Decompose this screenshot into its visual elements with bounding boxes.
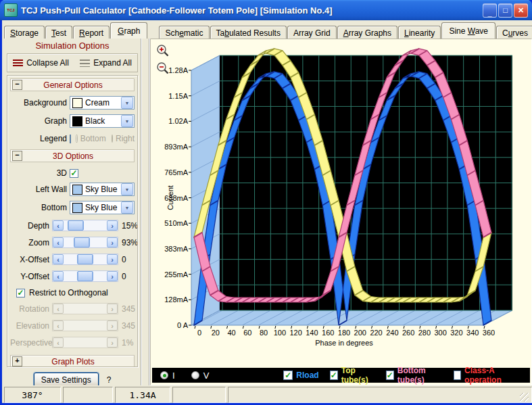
close-icon: ✕ — [518, 6, 524, 15]
section-general-options[interactable]: − General Options — [10, 78, 135, 91]
depth-slider[interactable]: ‹› — [52, 220, 118, 231]
expand-section-icon[interactable]: + — [12, 356, 22, 366]
svg-text:320: 320 — [450, 329, 462, 337]
collapse-section-icon[interactable]: − — [12, 80, 22, 90]
dropdown-arrow-icon[interactable]: ▼ — [121, 183, 133, 195]
left-wall-color-select[interactable]: Sky Blue ▼ — [70, 183, 135, 196]
tab-storage[interactable]: Storage — [4, 26, 45, 39]
scroll-right-icon[interactable]: › — [107, 320, 118, 331]
class-a-operation-checkbox[interactable]: Class-A operation — [454, 366, 519, 385]
legend-right-radio[interactable] — [112, 135, 113, 143]
y-offset-value: 0 — [122, 272, 126, 281]
close-button[interactable]: ✕ — [514, 3, 528, 18]
legend-checkbox[interactable] — [70, 135, 71, 143]
svg-text:20: 20 — [212, 329, 220, 337]
svg-text:340: 340 — [466, 329, 479, 337]
perspective-slider[interactable]: ‹› — [52, 337, 118, 348]
dropdown-arrow-icon[interactable]: ▼ — [121, 201, 133, 214]
collapse-all-button[interactable]: Collapse All — [13, 58, 69, 68]
slider-thumb[interactable] — [74, 237, 90, 247]
voltage-radio[interactable]: V — [191, 371, 210, 381]
slider-thumb[interactable] — [77, 271, 93, 281]
restrict-orthogonal-checkbox[interactable]: ✓ — [16, 289, 25, 297]
slider-track[interactable] — [64, 320, 107, 331]
scroll-left-icon[interactable]: ‹ — [53, 337, 64, 348]
minimize-button[interactable]: _ — [483, 3, 497, 18]
x-offset-slider[interactable]: ‹› — [52, 254, 118, 265]
tab-graph[interactable]: Graph — [110, 22, 147, 39]
slider-track[interactable] — [64, 304, 107, 314]
slider-row-y-offset: Y-Offset‹›0 — [10, 270, 135, 282]
scroll-left-icon[interactable]: ‹ — [53, 271, 64, 281]
bottom-color-select[interactable]: Sky Blue ▼ — [70, 201, 135, 214]
tab-array-graphs[interactable]: Array Graphs — [337, 26, 397, 39]
current-radio[interactable]: I — [160, 371, 175, 381]
tab-array-grid[interactable]: Array Grid — [287, 26, 337, 39]
splitter[interactable] — [141, 39, 150, 385]
svg-text:160: 160 — [322, 329, 334, 337]
slider-row-x-offset: X-Offset‹›0 — [10, 254, 135, 265]
section-graph-plots[interactable]: + Graph Plots — [10, 355, 135, 367]
section-3d-options[interactable]: − 3D Options — [10, 149, 135, 162]
slider-track[interactable] — [64, 237, 107, 247]
scroll-right-icon[interactable]: › — [107, 254, 118, 264]
scroll-left-icon[interactable]: ‹ — [53, 304, 64, 314]
sidebar-toolbar: Collapse All Expand All — [7, 53, 138, 72]
scroll-left-icon[interactable]: ‹ — [53, 320, 64, 331]
top-tube-s--checkbox[interactable]: ✓Top tube(s) — [330, 366, 375, 385]
checkbox-label: Rload — [296, 371, 318, 380]
title-bar[interactable]: TCJ TCJ Push-Pull Calculator [Cathode-Fo… — [0, 0, 532, 20]
help-link[interactable]: ? — [107, 375, 112, 385]
legend-bottom-radio[interactable] — [76, 135, 77, 143]
tab-report[interactable]: Report — [73, 26, 110, 39]
slider-track[interactable] — [64, 254, 107, 264]
slider-track[interactable] — [64, 271, 107, 281]
scroll-right-icon[interactable]: › — [107, 337, 118, 348]
scroll-right-icon[interactable]: › — [107, 237, 118, 247]
scroll-left-icon[interactable]: ‹ — [53, 237, 64, 247]
tab-schematic[interactable]: Schematic — [159, 26, 209, 39]
svg-text:280: 280 — [418, 329, 431, 337]
svg-text:765mA: 765mA — [164, 168, 189, 176]
expand-all-button[interactable]: Expand All — [80, 58, 132, 68]
slider-track[interactable] — [64, 337, 107, 348]
3d-checkbox[interactable]: ✓ — [70, 169, 78, 178]
background-color-select[interactable]: Cream ▼ — [70, 96, 135, 110]
tab-curves[interactable]: Curves — [496, 26, 532, 39]
scroll-right-icon[interactable]: › — [107, 271, 118, 281]
dropdown-arrow-icon[interactable]: ▼ — [121, 97, 133, 109]
dropdown-arrow-icon[interactable]: ▼ — [121, 115, 133, 127]
slider-thumb[interactable] — [77, 254, 93, 264]
scroll-left-icon[interactable]: ‹ — [53, 220, 64, 231]
slider-thumb[interactable] — [68, 220, 84, 231]
graph-color-select[interactable]: Black ▼ — [70, 114, 135, 128]
zoom-out-button[interactable] — [156, 62, 170, 75]
y-offset-slider[interactable]: ‹› — [52, 270, 118, 282]
tab-sine-wave[interactable]: Sine Wave — [441, 22, 495, 39]
collapse-section-icon[interactable]: − — [12, 151, 22, 161]
scroll-right-icon[interactable]: › — [107, 220, 118, 231]
svg-text:200: 200 — [354, 329, 366, 337]
tab-test[interactable]: Test — [45, 26, 72, 39]
scroll-right-icon[interactable]: › — [107, 304, 118, 314]
rotation-slider[interactable]: ‹› — [52, 303, 118, 314]
elevation-slider[interactable]: ‹› — [52, 320, 118, 331]
rload-checkbox[interactable]: ✓Rload — [283, 371, 318, 380]
resize-grip-icon[interactable] — [520, 393, 529, 402]
tab-linearity[interactable]: Linearity — [398, 26, 441, 39]
section-label: Graph Plots — [22, 357, 124, 366]
tab-tabulated-results[interactable]: Tabulated Results — [210, 26, 287, 39]
svg-text:40: 40 — [227, 329, 235, 337]
zoom-slider[interactable]: ‹› — [52, 237, 118, 248]
scroll-left-icon[interactable]: ‹ — [53, 254, 64, 264]
slider-track[interactable] — [64, 220, 107, 231]
status-panel-4 — [172, 387, 226, 403]
radio-icon — [160, 371, 168, 379]
bottom-tube-s--checkbox[interactable]: ✓Bottom tube(s) — [386, 366, 443, 385]
bottom-swatch — [72, 203, 82, 213]
sine-wave-chart: 0 A128mA255mA383mA510mA638mA765mA893mA1.… — [151, 39, 532, 368]
svg-text:128mA: 128mA — [164, 295, 189, 304]
zoom-in-button[interactable] — [156, 44, 170, 57]
svg-text:260: 260 — [402, 329, 414, 337]
maximize-button[interactable]: □ — [498, 3, 512, 18]
